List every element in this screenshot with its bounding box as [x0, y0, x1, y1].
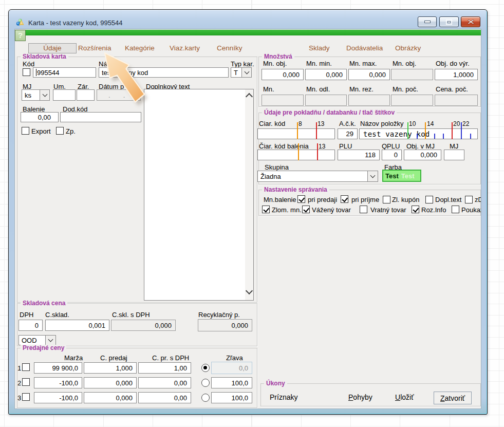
- mn-max-input[interactable]: 0,000: [348, 69, 390, 80]
- zl-kupon-checkbox[interactable]: [383, 196, 390, 203]
- c-skl-s-dph-input[interactable]: 0,000: [111, 320, 176, 331]
- ulozit-button[interactable]: Uložiť: [395, 393, 414, 401]
- maximize-button[interactable]: [439, 16, 459, 27]
- zar-input[interactable]: [77, 89, 95, 101]
- mn-input[interactable]: [262, 95, 304, 106]
- marza-input-3[interactable]: -100,0: [34, 392, 82, 403]
- obj-v-mj-input[interactable]: 0,000: [404, 150, 441, 160]
- mn-poc-label: Mn. poč.: [393, 86, 418, 92]
- zp-checkbox[interactable]: [56, 127, 64, 135]
- group-skladova-karta-legend: Skladová karta: [21, 53, 68, 60]
- ciar-kod-balenia-input[interactable]: [257, 150, 335, 160]
- recykl-input[interactable]: 0,000: [198, 319, 252, 331]
- ruler-line-orange: [297, 122, 298, 139]
- farba-swatch[interactable]: TestTest: [382, 170, 421, 182]
- mn-rez-input[interactable]: [348, 95, 390, 106]
- group-skladova-cena-legend: Skladová cena: [21, 300, 67, 307]
- ood-dropdown-button[interactable]: [45, 335, 56, 345]
- pri-predaji-checkbox[interactable]: [297, 195, 305, 203]
- minimize-button[interactable]: [418, 16, 437, 27]
- poukaz-checkbox[interactable]: [452, 206, 459, 213]
- ciar-kod-input[interactable]: [257, 128, 335, 139]
- pohyby-button[interactable]: Pohyby: [348, 393, 372, 401]
- price-row1-radio[interactable]: [201, 364, 210, 372]
- close-button[interactable]: [461, 16, 480, 27]
- zdph-checkbox[interactable]: [465, 196, 473, 203]
- ack-input[interactable]: 29: [338, 128, 358, 139]
- typ-kar-dropdown-button[interactable]: [241, 67, 252, 78]
- mn-obj2-input[interactable]: [391, 69, 433, 80]
- obj-do-vyr-input[interactable]: 1,0000: [435, 69, 478, 80]
- c-predaj-input-3[interactable]: 0,000: [84, 392, 137, 403]
- skupina-select[interactable]: Žiadna: [257, 171, 368, 182]
- zlava-input-3[interactable]: 100,0: [211, 392, 252, 403]
- balenie-input[interactable]: 0,00: [21, 112, 59, 122]
- c-pr-s-dph-input-1[interactable]: 1,00: [138, 362, 191, 374]
- tab-kategorie[interactable]: Kategórie: [125, 44, 155, 52]
- c-sklad-input[interactable]: 0,001: [45, 320, 109, 331]
- plu-input[interactable]: 118: [338, 150, 380, 160]
- export-checkbox[interactable]: [22, 127, 29, 135]
- chevron-up-icon[interactable]: [246, 93, 253, 100]
- kod-checkbox[interactable]: [23, 68, 30, 76]
- kod-input[interactable]: 995544: [33, 67, 96, 78]
- um-input[interactable]: [53, 89, 76, 101]
- qplu-input[interactable]: 0: [382, 150, 402, 160]
- dph-input[interactable]: 0: [18, 320, 43, 331]
- mn-balenie-label: Mn.balenie: [264, 196, 296, 203]
- price-row2-radio[interactable]: [201, 379, 210, 387]
- pri-prijme-checkbox[interactable]: [341, 195, 348, 203]
- nazov-tick-20: 20: [453, 120, 460, 127]
- chevron-down-icon: [42, 91, 47, 97]
- c-skl-s-dph-label: C.skl. s DPH: [112, 311, 150, 318]
- price-row1-checkbox[interactable]: [22, 363, 30, 371]
- dodkod-input[interactable]: [60, 112, 141, 122]
- nazov-input[interactable]: test vazeny kod: [99, 67, 229, 78]
- textarea-scrollbar[interactable]: [245, 89, 253, 300]
- chevron-down-icon[interactable]: [246, 287, 253, 294]
- mn-poc-input[interactable]: [391, 95, 433, 106]
- zlava-input-2[interactable]: 100,0: [211, 377, 252, 388]
- tab-sklady[interactable]: Sklady: [309, 44, 330, 52]
- mj2-input[interactable]: [444, 150, 464, 160]
- vazeny-tovar-checkbox[interactable]: [302, 206, 310, 213]
- tab-udaje[interactable]: Údaje: [28, 43, 77, 53]
- zatvorit-button[interactable]: Zatvoriť: [434, 392, 472, 404]
- priznaky-button[interactable]: Príznaky: [270, 393, 297, 401]
- tab-viazkarty[interactable]: Viaz.karty: [170, 44, 200, 52]
- tab-dodavatelia[interactable]: Dodávatelia: [346, 44, 383, 52]
- roz-info-checkbox[interactable]: [412, 206, 419, 213]
- tab-obrazky[interactable]: Obrázky: [395, 44, 421, 52]
- marza-input-1[interactable]: 99 900,0: [34, 362, 82, 374]
- datum-input[interactable]: . .: [97, 89, 141, 101]
- tab-rozsirenia[interactable]: Rozšírenia: [78, 44, 111, 52]
- help-button[interactable]: ?: [15, 30, 26, 41]
- doplnkovy-text-textarea[interactable]: [144, 89, 254, 301]
- mj-dropdown-button[interactable]: [40, 89, 50, 101]
- zlom-mn-checkbox[interactable]: [262, 206, 270, 213]
- c-predaj-input-1[interactable]: 1,000: [84, 362, 137, 374]
- mj-input[interactable]: ks: [22, 89, 40, 101]
- price-row3-checkbox[interactable]: [22, 393, 30, 401]
- cena-poc-input[interactable]: [435, 95, 478, 106]
- price-row2-checkbox[interactable]: [22, 378, 30, 386]
- mn-min-input[interactable]: 0,000: [305, 69, 347, 80]
- typ-kar-input[interactable]: T: [231, 67, 242, 78]
- vratny-tovar-checkbox[interactable]: [360, 206, 367, 213]
- mn-obj-input[interactable]: 0,000: [262, 69, 304, 80]
- titlebar[interactable]: Karta - test vazeny kod, 995544: [9, 10, 487, 29]
- nazov-polozky-input[interactable]: test vazeny kod: [359, 128, 478, 139]
- tab-cenniky[interactable]: Cenníky: [217, 44, 242, 52]
- ood-select[interactable]: OOD: [18, 335, 46, 345]
- marza-input-2[interactable]: -100,0: [34, 377, 82, 388]
- ruler-tick-blue: [443, 134, 444, 139]
- c-pr-s-dph-input-2[interactable]: 0,00: [138, 377, 191, 388]
- mn-odl-input[interactable]: [305, 95, 347, 106]
- c-pr-s-dph-input-3[interactable]: 0,00: [138, 392, 191, 403]
- c-predaj-input-2[interactable]: 0,000: [84, 377, 137, 388]
- zlava-input-1[interactable]: 0,0: [211, 362, 252, 374]
- skupina-dropdown-button[interactable]: [367, 171, 378, 182]
- dopl-text-checkbox[interactable]: [425, 196, 433, 203]
- price-row3-radio[interactable]: [201, 394, 210, 402]
- window-title: Karta - test vazeny kod, 995544: [28, 19, 123, 27]
